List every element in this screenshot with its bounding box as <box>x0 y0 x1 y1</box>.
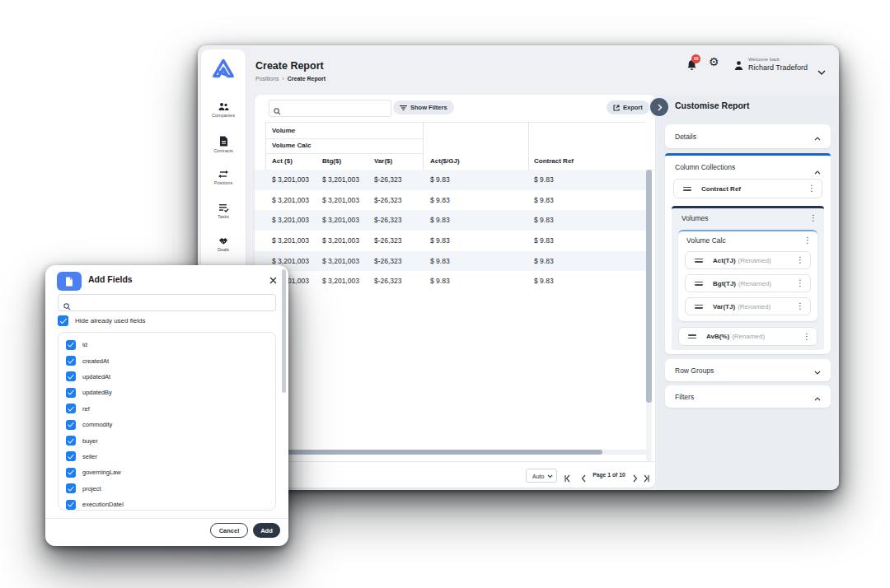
table-vertical-scrollbar[interactable] <box>646 170 652 461</box>
chevron-up-icon[interactable] <box>814 390 821 404</box>
vertical-scrollbar-thumb[interactable] <box>646 170 652 403</box>
sidebar-item-deals[interactable]: Deals <box>201 236 246 252</box>
table-row[interactable]: $ 3,201,003 $ 3,201,003 $-26,323 $ 9.83 … <box>255 271 646 292</box>
field-option-label: executionDateI <box>82 501 124 508</box>
sidebar-item-positions[interactable]: Positions <box>201 170 246 185</box>
cell-act-gj: $ 9.83 <box>430 251 450 272</box>
cell-act-gj: $ 9.83 <box>430 231 450 251</box>
breadcrumb-parent[interactable]: Positions <box>255 76 279 82</box>
column-header-act[interactable]: Act ($) <box>272 157 293 165</box>
field-option[interactable]: createdAt <box>59 352 275 368</box>
field-option[interactable]: id <box>59 337 275 352</box>
filters-section[interactable]: Filters <box>665 385 831 408</box>
table-search-input[interactable] <box>284 101 390 115</box>
field-option[interactable]: updatedAt <box>59 369 275 385</box>
kebab-menu-icon[interactable]: ⋮ <box>796 279 804 287</box>
add-button[interactable]: Add <box>253 523 280 538</box>
column-header-btg[interactable]: Btg($) <box>322 157 341 165</box>
table-row[interactable]: $ 3,201,003 $ 3,201,003 $-26,323 $ 9.83 … <box>255 210 646 231</box>
cell-contract-ref: $ 9.83 <box>534 190 554 211</box>
export-button[interactable]: Export <box>607 100 649 114</box>
kebab-menu-icon[interactable]: ⋮ <box>808 184 816 193</box>
field-checkbox-checked[interactable] <box>66 340 76 350</box>
panel-title: Customise Report <box>675 100 749 110</box>
field-option[interactable]: project <box>59 481 275 497</box>
field-option[interactable]: seller <box>59 449 275 464</box>
row-groups-section[interactable]: Row Groups <box>665 359 831 381</box>
first-page-button[interactable] <box>563 471 571 486</box>
drag-handle-icon[interactable] <box>695 280 703 287</box>
volume-calc-label: Volume Calc <box>686 236 726 245</box>
kebab-menu-icon[interactable]: ⋮ <box>803 333 811 341</box>
kebab-menu-icon[interactable]: ⋮ <box>809 213 817 222</box>
contract-ref-item[interactable]: Contract Ref ⋮ <box>673 179 822 198</box>
field-checkbox-checked[interactable] <box>66 436 76 446</box>
table-row[interactable]: $ 3,201,003 $ 3,201,003 $-26,323 $ 9.83 … <box>255 170 646 190</box>
field-checkbox-checked[interactable] <box>66 468 76 478</box>
chevron-up-icon[interactable] <box>814 129 821 144</box>
page-indicator: Page 1 of 10 <box>588 472 630 478</box>
table-search[interactable] <box>269 100 391 117</box>
field-option[interactable]: updatedBy <box>59 385 275 400</box>
drag-handle-icon[interactable] <box>683 185 691 193</box>
kebab-menu-icon[interactable]: ⋮ <box>803 236 812 245</box>
page-size-select[interactable]: Auto <box>526 469 557 483</box>
sidebar-item-companies[interactable]: Companies <box>201 102 246 118</box>
hide-used-checkbox-checked[interactable] <box>58 315 68 326</box>
kebab-menu-icon[interactable]: ⋮ <box>796 256 804 264</box>
column-field-item[interactable]: Act(TJ) (Renamed) ⋮ <box>685 251 811 269</box>
column-subgroup-volume-calc[interactable]: Volume Calc <box>272 142 311 149</box>
fields-list-scrollbar-thumb[interactable] <box>282 269 286 393</box>
page-title: Create Report <box>255 60 324 72</box>
drag-handle-icon[interactable] <box>688 333 696 340</box>
modal-search-input[interactable] <box>75 296 274 310</box>
drag-handle-icon[interactable] <box>695 303 703 310</box>
column-header-act-gj[interactable]: Act($/GJ) <box>430 157 460 165</box>
field-option[interactable]: executionDateI <box>59 497 275 511</box>
user-menu-chevron-down-icon[interactable] <box>817 63 826 78</box>
field-option[interactable]: governingLaw <box>59 464 275 480</box>
table-row[interactable]: $ 3,201,003 $ 3,201,003 $-26,323 $ 9.83 … <box>255 251 646 272</box>
horizontal-scrollbar-thumb[interactable] <box>284 450 602 455</box>
field-checkbox-checked[interactable] <box>66 483 76 493</box>
field-checkbox-checked[interactable] <box>66 420 76 430</box>
field-checkbox-checked[interactable] <box>66 388 76 398</box>
last-page-button[interactable] <box>643 471 651 486</box>
breadcrumb-separator: › <box>282 76 283 82</box>
table-horizontal-scrollbar[interactable] <box>284 450 649 455</box>
cancel-button[interactable]: Cancel <box>210 523 248 538</box>
column-field-item[interactable]: Bgt(TJ) (Renamed) ⋮ <box>685 274 811 292</box>
previous-page-button[interactable] <box>580 471 587 486</box>
chevron-up-icon[interactable] <box>814 163 821 178</box>
collapse-panel-button[interactable] <box>649 96 670 118</box>
kebab-menu-icon[interactable]: ⋮ <box>796 302 804 310</box>
sidebar-item-tasks[interactable]: Tasks <box>201 203 246 219</box>
field-checkbox-checked[interactable] <box>66 356 76 366</box>
close-icon[interactable] <box>268 271 279 289</box>
table-row[interactable]: $ 3,201,003 $ 3,201,003 $-26,323 $ 9.83 … <box>255 231 646 251</box>
next-page-button[interactable] <box>632 471 639 486</box>
settings-gear-icon[interactable]: ⚙ <box>709 56 719 68</box>
details-section[interactable]: Details <box>665 124 831 148</box>
column-field-item[interactable]: Var(TJ) (Renamed) ⋮ <box>685 297 811 315</box>
show-filters-button[interactable]: Show Filters <box>393 100 454 114</box>
field-checkbox-checked[interactable] <box>66 371 76 381</box>
column-header-contract-ref[interactable]: Contract Ref <box>534 157 574 165</box>
column-group-volume[interactable]: Volume <box>272 127 295 134</box>
sidebar-item-contracts[interactable]: Contracts <box>201 136 246 153</box>
chevron-down-icon[interactable] <box>814 363 821 378</box>
field-option[interactable]: buyer <box>59 432 275 448</box>
field-checkbox-checked[interactable] <box>66 404 76 413</box>
app-logo-icon[interactable] <box>212 58 235 79</box>
user-avatar-icon[interactable] <box>733 59 744 74</box>
avb-field-item[interactable]: AvB(%) (Renamed) ⋮ <box>678 327 817 346</box>
field-option[interactable]: commodity <box>59 417 275 432</box>
field-option-label: ref <box>82 405 90 413</box>
column-header-var[interactable]: Var($) <box>374 157 392 165</box>
modal-search[interactable] <box>58 294 276 311</box>
table-row[interactable]: $ 3,201,003 $ 3,201,003 $-26,323 $ 9.83 … <box>255 190 646 211</box>
field-checkbox-checked[interactable] <box>66 500 76 510</box>
drag-handle-icon[interactable] <box>695 257 703 264</box>
field-checkbox-checked[interactable] <box>66 451 76 461</box>
field-option[interactable]: ref <box>59 401 275 417</box>
